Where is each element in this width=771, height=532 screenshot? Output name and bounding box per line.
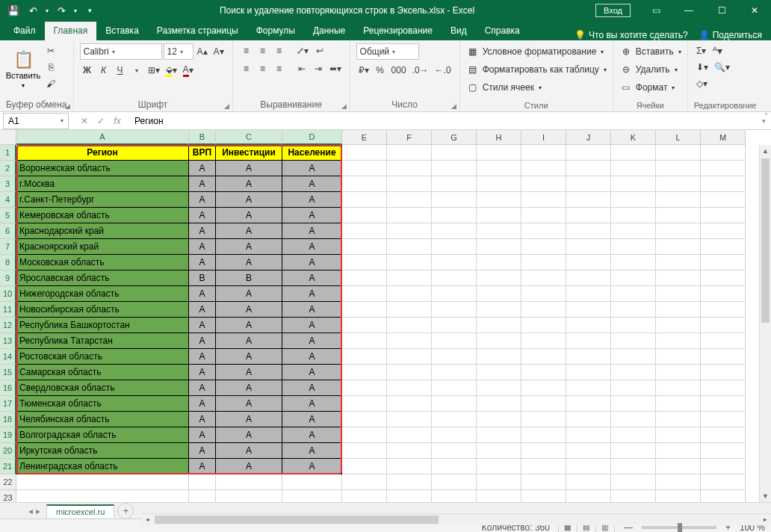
align-middle-icon[interactable]: ≡ [256, 43, 270, 58]
cell[interactable] [432, 192, 477, 208]
cell[interactable] [521, 396, 566, 412]
increase-decimal-icon[interactable]: .0→ [410, 63, 431, 78]
cell[interactable] [477, 270, 521, 286]
cell[interactable] [387, 145, 432, 161]
font-color-icon[interactable]: A▾ [181, 63, 196, 78]
cell[interactable] [521, 365, 566, 380]
cell[interactable]: г.Москва [16, 176, 189, 192]
cell[interactable] [701, 443, 746, 459]
format-painter-icon[interactable]: 🖌 [43, 76, 58, 91]
cell[interactable] [477, 176, 521, 192]
cell[interactable] [432, 161, 477, 176]
cell[interactable]: Московская область [16, 255, 189, 270]
cell[interactable] [701, 333, 746, 349]
signin-button[interactable]: Вход [595, 4, 631, 17]
align-right-icon[interactable]: ≡ [272, 61, 287, 76]
cell[interactable]: A [189, 412, 216, 427]
cell[interactable] [387, 412, 432, 427]
cell[interactable] [432, 223, 477, 239]
cell[interactable] [387, 239, 432, 255]
cell[interactable]: A [216, 161, 282, 176]
cell[interactable] [387, 192, 432, 208]
collapse-ribbon-icon[interactable]: ˄ [764, 112, 768, 120]
tab-file[interactable]: Файл [4, 22, 45, 40]
cell[interactable] [566, 318, 611, 333]
column-header[interactable]: H [477, 130, 521, 145]
undo-dd-icon[interactable]: ▾ [43, 1, 51, 19]
cell[interactable] [432, 490, 477, 502]
cell[interactable] [656, 396, 701, 412]
cell-styles-button[interactable]: ▢Стили ячеек▾ [466, 79, 607, 96]
cell[interactable] [656, 270, 701, 286]
cell[interactable] [432, 443, 477, 459]
cell[interactable] [387, 286, 432, 302]
column-header[interactable]: F [387, 130, 432, 145]
cell[interactable]: A [282, 286, 342, 302]
cell[interactable] [566, 176, 611, 192]
cell[interactable]: B [189, 270, 216, 286]
cell[interactable] [701, 255, 746, 270]
column-header[interactable]: G [432, 130, 477, 145]
cell[interactable]: A [282, 302, 342, 318]
cell[interactable]: A [216, 223, 282, 239]
cell[interactable] [432, 208, 477, 223]
row-header[interactable]: 11 [0, 302, 16, 318]
cell[interactable] [342, 365, 387, 380]
cell[interactable] [566, 255, 611, 270]
cell[interactable]: B [216, 270, 282, 286]
cell[interactable] [656, 192, 701, 208]
cell[interactable] [566, 412, 611, 427]
row-header[interactable]: 23 [0, 490, 16, 502]
row-header[interactable]: 22 [0, 474, 16, 490]
cell[interactable] [521, 443, 566, 459]
cell[interactable]: A [189, 396, 216, 412]
cell[interactable] [656, 412, 701, 427]
cell[interactable] [432, 286, 477, 302]
cell[interactable] [216, 474, 282, 490]
cell[interactable] [342, 239, 387, 255]
cell[interactable] [566, 145, 611, 161]
borders-icon[interactable]: ⊞▾ [146, 63, 162, 78]
cell[interactable] [656, 427, 701, 443]
cell[interactable] [521, 333, 566, 349]
align-bottom-icon[interactable]: ≡ [272, 43, 287, 58]
cell[interactable] [701, 192, 746, 208]
cell[interactable] [477, 396, 521, 412]
cell[interactable]: A [216, 427, 282, 443]
cell[interactable] [611, 427, 656, 443]
scroll-down-icon[interactable]: ▼ [760, 490, 771, 502]
format-as-table-button[interactable]: ▤Форматировать как таблицу▾ [466, 61, 607, 78]
orientation-icon[interactable]: ⤢▾ [294, 43, 311, 58]
cell[interactable] [611, 396, 656, 412]
cell[interactable]: Население [282, 145, 342, 161]
cell[interactable] [432, 333, 477, 349]
cell[interactable] [656, 302, 701, 318]
cell[interactable]: Инвестиции [216, 145, 282, 161]
cell[interactable]: A [282, 255, 342, 270]
cell[interactable] [342, 333, 387, 349]
cell[interactable]: A [216, 412, 282, 427]
cell[interactable] [701, 427, 746, 443]
cell[interactable]: A [189, 318, 216, 333]
cell[interactable] [432, 176, 477, 192]
cell[interactable] [611, 490, 656, 502]
cell[interactable]: A [282, 333, 342, 349]
cell[interactable]: A [216, 286, 282, 302]
cell[interactable] [387, 396, 432, 412]
cell[interactable] [566, 208, 611, 223]
cell[interactable] [566, 459, 611, 474]
row-header[interactable]: 2 [0, 161, 16, 176]
cell[interactable] [701, 270, 746, 286]
enter-formula-icon[interactable]: ✓ [93, 116, 109, 126]
clear-icon[interactable]: ◇▾ [694, 76, 710, 91]
cell[interactable] [701, 318, 746, 333]
cell[interactable]: A [282, 161, 342, 176]
cell[interactable] [342, 223, 387, 239]
cell[interactable] [611, 145, 656, 161]
cell[interactable] [521, 145, 566, 161]
cell[interactable] [387, 255, 432, 270]
cell[interactable] [477, 145, 521, 161]
cell[interactable] [566, 270, 611, 286]
cell[interactable]: A [216, 349, 282, 365]
cell[interactable]: A [189, 255, 216, 270]
